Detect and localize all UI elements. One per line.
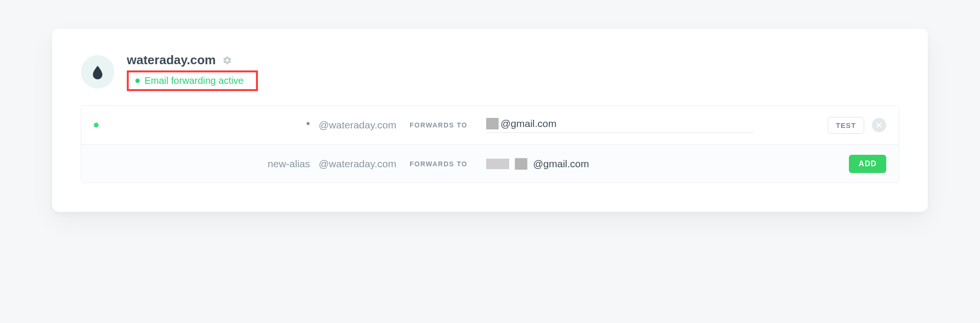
destination-col: @gmail.com <box>486 118 828 133</box>
new-destination-suffix[interactable]: @gmail.com <box>533 158 589 170</box>
add-forward-row: new-alias @wateraday.com FORWARDS TO @gm… <box>81 144 899 183</box>
domain-title-row: wateraday.com <box>127 53 258 68</box>
status-dot-icon <box>135 79 140 83</box>
new-alias-input[interactable]: new-alias <box>99 158 319 170</box>
domain-info: wateraday.com Email forwarding active <box>127 53 258 91</box>
domain-card: wateraday.com Email forwarding active * … <box>52 29 928 212</box>
forwards-to-label: FORWARDS TO <box>410 121 486 129</box>
forwarding-list: * @wateraday.com FORWARDS TO @gmail.com … <box>81 105 899 183</box>
row-actions: ADD <box>849 155 886 173</box>
gear-icon[interactable] <box>223 56 232 65</box>
forward-row: * @wateraday.com FORWARDS TO @gmail.com … <box>81 106 899 144</box>
add-button[interactable]: ADD <box>849 155 886 173</box>
redacted-block <box>515 158 527 170</box>
alias-domain-suffix: @wateraday.com <box>319 119 410 131</box>
redacted-block <box>486 118 499 129</box>
card-header: wateraday.com Email forwarding active <box>52 29 928 105</box>
new-alias-domain-suffix: @wateraday.com <box>319 158 410 170</box>
row-actions: TEST <box>828 117 886 134</box>
status-highlight-box: Email forwarding active <box>127 70 258 91</box>
status-text: Email forwarding active <box>145 75 244 86</box>
domain-name: wateraday.com <box>127 53 216 68</box>
water-drop-icon <box>89 64 106 80</box>
delete-button[interactable] <box>872 118 886 132</box>
alias-value: * <box>99 119 319 131</box>
redacted-block <box>486 159 509 169</box>
close-icon <box>876 122 882 128</box>
destination-value: @gmail.com <box>486 118 754 133</box>
domain-avatar <box>81 55 114 89</box>
destination-suffix: @gmail.com <box>501 118 557 129</box>
test-button[interactable]: TEST <box>828 117 864 134</box>
forwards-to-label: FORWARDS TO <box>410 160 486 168</box>
new-destination-col: @gmail.com <box>486 158 849 170</box>
active-dot-icon <box>94 123 99 127</box>
